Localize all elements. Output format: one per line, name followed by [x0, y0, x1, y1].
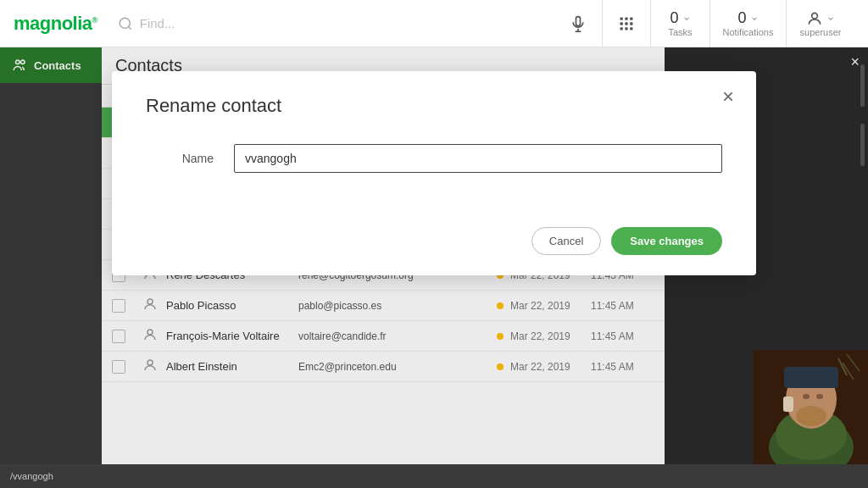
svg-rect-13 [630, 27, 632, 30]
svg-rect-11 [620, 27, 623, 30]
svg-point-0 [120, 18, 130, 28]
modal-field-label: Name [146, 152, 214, 165]
user-label: superuser [800, 27, 842, 37]
tasks-count: 0 [670, 9, 678, 27]
grid-button[interactable] [603, 0, 651, 47]
status-path: /vvangogh [10, 471, 53, 481]
mic-icon [570, 15, 587, 32]
chevron-down-icon [826, 14, 835, 23]
modal-field-group: Name [146, 144, 722, 173]
svg-rect-6 [625, 17, 627, 19]
notifications-count: 0 [737, 9, 746, 27]
save-changes-button[interactable]: Save changes [611, 227, 722, 255]
modal-name-input[interactable] [234, 144, 722, 173]
notifications-button[interactable]: 0 Notifications [710, 0, 787, 47]
search-bar[interactable]: Find... [118, 16, 457, 31]
modal-actions: Cancel Save changes [146, 227, 722, 255]
search-placeholder: Find... [140, 16, 175, 30]
svg-point-14 [812, 13, 818, 19]
svg-rect-10 [630, 22, 632, 25]
cancel-button[interactable]: Cancel [531, 227, 601, 255]
notifications-label: Notifications [723, 27, 774, 37]
svg-line-1 [128, 26, 131, 29]
mic-button[interactable] [554, 0, 603, 47]
rename-modal: Rename contact × Name Cancel Save change… [112, 71, 756, 275]
statusbar: /vvangogh [0, 464, 868, 488]
modal-close-button[interactable]: × [715, 83, 741, 110]
logo: magnolia® [14, 13, 97, 35]
user-icon [806, 10, 823, 27]
tasks-label: Tasks [668, 27, 692, 37]
chevron-down-icon [682, 14, 691, 23]
svg-rect-12 [625, 27, 627, 30]
logo-text: magnolia® [14, 13, 97, 35]
svg-rect-2 [576, 16, 581, 25]
topbar: magnolia® Find... 0 Tasks 0 Notification… [0, 0, 868, 47]
topbar-right: 0 Tasks 0 Notifications superuser [554, 0, 854, 47]
svg-rect-5 [620, 17, 623, 19]
search-icon [118, 16, 133, 31]
grid-icon [618, 15, 635, 32]
user-button[interactable]: superuser [787, 0, 854, 47]
svg-rect-7 [630, 17, 632, 19]
svg-rect-8 [620, 22, 623, 25]
modal-title: Rename contact [146, 95, 722, 117]
chevron-down-icon [750, 14, 759, 23]
tasks-button[interactable]: 0 Tasks [651, 0, 710, 47]
svg-rect-9 [625, 22, 627, 25]
modal-overlay: Rename contact × Name Cancel Save change… [0, 47, 868, 464]
